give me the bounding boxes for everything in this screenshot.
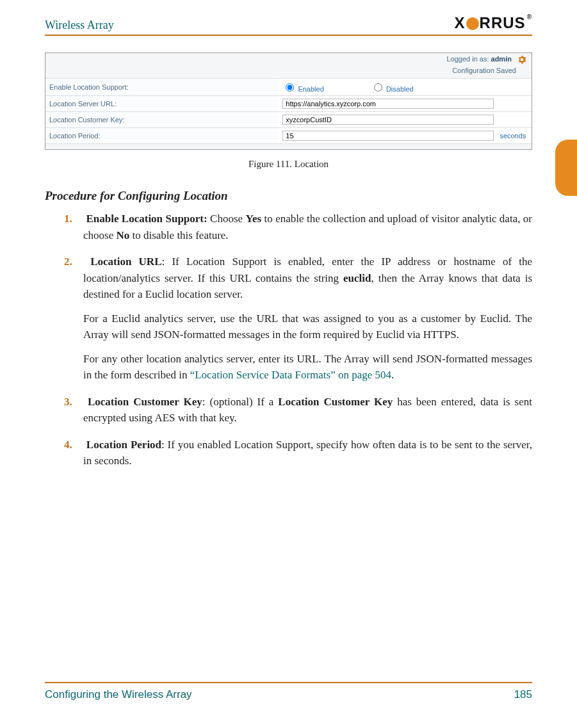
brand-logo: X RRUS ® [455, 14, 532, 32]
thumb-tab [555, 140, 577, 196]
status-bar: Logged in as: admin [45, 53, 532, 65]
section-title: Procedure for Configuring Location [0, 189, 532, 203]
location-url-label: Location Server URL: [45, 96, 279, 112]
page-footer: Configuring the Wireless Array 185 [45, 682, 532, 701]
page-number: 185 [514, 688, 532, 701]
panel-footer-bar [45, 143, 532, 149]
enable-location-label: Enable Location Support: [45, 79, 279, 96]
enable-location-cell: Enabled Disabled [279, 79, 532, 96]
step1-title: Enable Location Support: [86, 213, 207, 225]
figure-caption: Figure 111. Location [45, 159, 532, 170]
enabled-radio[interactable] [286, 83, 294, 92]
step-2: Location URL: If Location Support is ena… [83, 254, 532, 384]
registered-mark: ® [527, 13, 532, 20]
step2-para3: For any other location analytics server,… [83, 351, 532, 384]
disabled-radio[interactable] [374, 83, 382, 92]
logged-in-label: Logged in as: [446, 55, 491, 63]
location-period-input[interactable] [282, 131, 494, 141]
brand-text-x: X [455, 14, 466, 32]
procedure-list: Enable Location Support: Choose Yes to e… [45, 211, 532, 469]
brand-dot-icon [466, 17, 479, 30]
disabled-option[interactable]: Disabled [371, 85, 414, 93]
cross-ref-link[interactable]: “Location Service Data Formats” on page … [190, 369, 391, 381]
disabled-radio-label: Disabled [386, 85, 414, 93]
enabled-option[interactable]: Enabled [282, 85, 326, 93]
location-key-input[interactable] [282, 115, 494, 125]
location-key-label: Location Customer Key: [45, 112, 279, 128]
location-period-label: Location Period: [45, 128, 279, 144]
footer-section-title: Configuring the Wireless Array [45, 688, 192, 701]
config-screenshot: Logged in as: admin Configuration Saved … [45, 53, 532, 150]
gear-icon[interactable] [517, 55, 526, 64]
location-url-input[interactable] [282, 99, 494, 109]
step2-title: Location URL [90, 255, 161, 268]
brand-text-rrus: RRUS [480, 14, 526, 32]
period-unit: seconds [500, 132, 526, 140]
step-4: Location Period: If you enabled Location… [83, 437, 532, 469]
step3-title: Location Customer Key [88, 396, 202, 408]
enabled-radio-label: Enabled [298, 85, 323, 93]
page-header: Wireless Array X RRUS ® [45, 14, 532, 36]
logged-in-user: admin [491, 55, 512, 63]
config-saved-label: Configuration Saved [45, 65, 532, 78]
step-3: Location Customer Key: (optional) If a L… [83, 394, 532, 426]
step4-title: Location Period [86, 439, 161, 451]
header-title: Wireless Array [45, 19, 114, 32]
step2-para2: For a Euclid analytics server, use the U… [83, 311, 532, 343]
step-1: Enable Location Support: Choose Yes to e… [83, 211, 532, 243]
